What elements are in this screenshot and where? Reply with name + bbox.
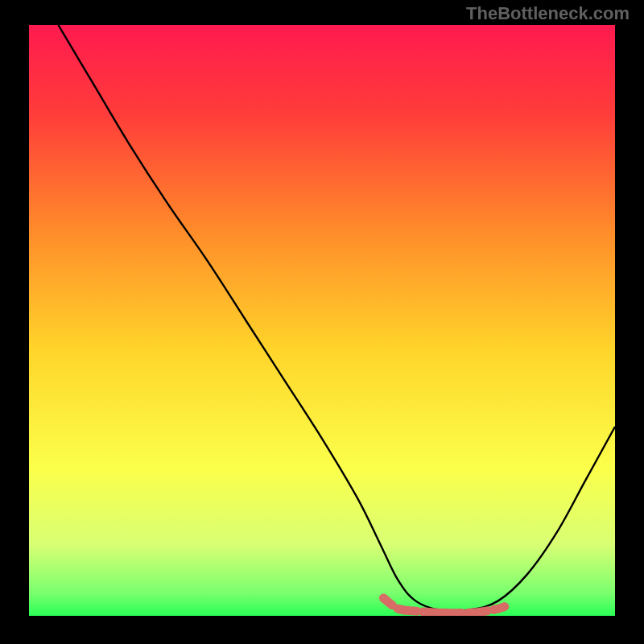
plot-area bbox=[29, 25, 615, 616]
gradient-background bbox=[29, 25, 615, 616]
watermark-text: TheBottleneck.com bbox=[466, 3, 630, 24]
bottleneck-chart bbox=[29, 25, 615, 616]
chart-frame: TheBottleneck.com bbox=[0, 0, 644, 644]
